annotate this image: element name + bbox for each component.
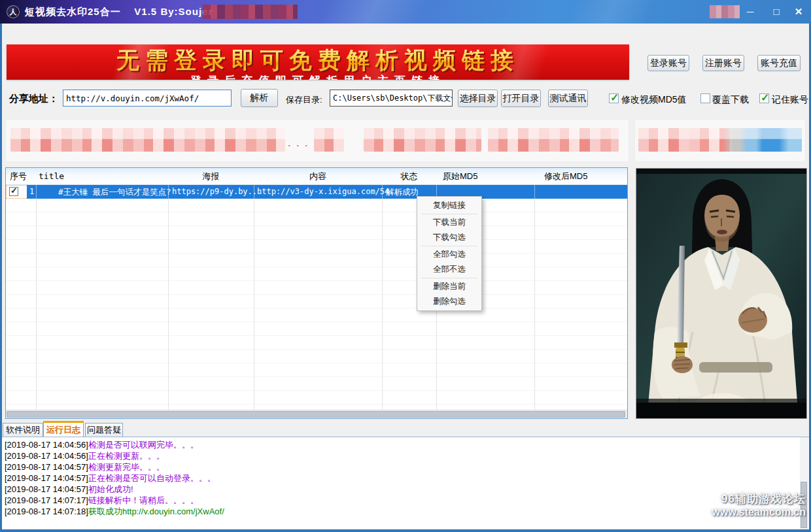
log-message: 获取成功http://v.douyin.com/jXwAof/ bbox=[88, 507, 224, 516]
modify-md5-label: 修改视频MD5值 bbox=[621, 94, 687, 106]
col-header-md5-modified[interactable]: 修改后MD5 bbox=[544, 168, 587, 185]
tab-faq[interactable]: 问题答疑 bbox=[85, 423, 123, 437]
log-line: [2019-08-17 14:07:17]链接解析中！请稍后。。。。 bbox=[2, 495, 809, 506]
vertical-scrollbar[interactable] bbox=[800, 437, 808, 529]
tab-software-info[interactable]: 软件说明 bbox=[3, 423, 43, 437]
login-account-button[interactable]: 登录账号 bbox=[647, 55, 689, 71]
share-url-input[interactable]: http://v.douyin.com/jXwAof/ bbox=[63, 90, 232, 107]
redacted-dots: 。。。 bbox=[288, 139, 313, 148]
log-message: 链接解析中！请稍后。。。。 bbox=[88, 495, 199, 505]
vertical-scrollbar-thumb[interactable] bbox=[801, 482, 807, 528]
promo-banner: 无需登录即可免费解析视频链接 登录后充值即可解析用户主页链接 bbox=[7, 44, 629, 80]
col-header-poster[interactable]: 海报 bbox=[168, 168, 254, 185]
app-icon: 人 bbox=[7, 5, 20, 18]
log-line: [2019-08-17 14:04:56]正在检测更新。。。 bbox=[2, 450, 809, 461]
remember-account-label: 记住账号 bbox=[772, 94, 808, 106]
menu-item-delete-current[interactable]: 删除当前 bbox=[417, 279, 481, 294]
choose-dir-button[interactable]: 选择目录 bbox=[458, 90, 498, 107]
col-header-index[interactable]: 序号 bbox=[10, 168, 27, 185]
register-account-button[interactable]: 注册账号 bbox=[702, 55, 744, 71]
menu-item-download-checked[interactable]: 下载勾选 bbox=[417, 230, 481, 245]
test-comm-button[interactable]: 测试通讯 bbox=[548, 90, 588, 107]
tab-run-log[interactable]: 运行日志 bbox=[43, 421, 84, 437]
modify-md5-checkbox[interactable] bbox=[609, 93, 619, 103]
recharge-account-button[interactable]: 账号充值 bbox=[757, 55, 801, 71]
horizontal-scrollbar[interactable] bbox=[6, 410, 627, 418]
log-timestamp: [2019-08-17 14:04:56] bbox=[5, 440, 88, 450]
column-divider bbox=[382, 185, 383, 410]
log-timestamp: [2019-08-17 14:04:57] bbox=[5, 462, 88, 472]
col-header-title[interactable]: title bbox=[39, 168, 64, 185]
app-window: 人 短视频去水印25合一 V1.5 By:Soujer ─ □ ✕ 无需登录即可… bbox=[0, 0, 811, 532]
window-title: 短视频去水印25合一 V1.5 By:Soujer bbox=[25, 0, 213, 24]
log-timestamp: [2019-08-17 14:04:56] bbox=[5, 451, 88, 461]
cell-title: #王大锤 最后一句话才是笑点? bbox=[58, 185, 171, 199]
column-divider bbox=[534, 185, 535, 410]
row-cell-divider bbox=[382, 185, 383, 199]
column-divider bbox=[168, 185, 169, 410]
log-timestamp: [2019-08-17 14:07:17] bbox=[5, 495, 88, 505]
menu-item-download-current[interactable]: 下载当前 bbox=[417, 215, 481, 230]
menu-separator bbox=[421, 278, 477, 278]
save-dir-input[interactable]: C:\Users\sb\Desktop\下载文件\ bbox=[330, 90, 453, 107]
row-cell-divider bbox=[254, 185, 254, 199]
video-frame-image bbox=[636, 169, 807, 419]
log-message: 正在检测是否可以自动登录。。。 bbox=[88, 473, 216, 483]
log-line: [2019-08-17 14:04:57]正在检测是否可以自动登录。。。 bbox=[2, 473, 809, 484]
overwrite-download-checkbox[interactable] bbox=[700, 93, 710, 103]
redacted-titlebar-block bbox=[203, 5, 298, 19]
column-divider bbox=[254, 185, 254, 410]
column-divider bbox=[36, 185, 37, 410]
menu-item-check-all[interactable]: 全部勾选 bbox=[417, 247, 481, 262]
log-timestamp: [2019-08-17 14:04:57] bbox=[5, 473, 88, 483]
menu-separator bbox=[421, 214, 477, 214]
video-preview[interactable] bbox=[636, 168, 807, 419]
log-line: [2019-08-17 14:04:57]初始化成功! bbox=[2, 484, 809, 495]
share-url-label: 分享地址： bbox=[9, 93, 58, 105]
titlebar: 人 短视频去水印25合一 V1.5 By:Soujer ─ □ ✕ bbox=[0, 0, 811, 24]
redacted-text-block bbox=[638, 128, 802, 152]
open-dir-button[interactable]: 打开目录 bbox=[501, 90, 541, 107]
banner-headline: 无需登录即可免费解析视频链接 bbox=[7, 45, 629, 76]
redacted-text-block bbox=[10, 128, 285, 152]
menu-item-delete-checked[interactable]: 删除勾选 bbox=[417, 294, 481, 309]
menu-item-uncheck-all[interactable]: 全部不选 bbox=[417, 262, 481, 277]
redacted-text-block bbox=[314, 128, 344, 152]
log-line: [2019-08-17 14:04:56]检测是否可以联网完毕。。。 bbox=[2, 439, 809, 450]
col-header-status[interactable]: 状态 bbox=[382, 168, 436, 185]
close-icon[interactable]: ✕ bbox=[786, 0, 811, 24]
table-body: 1 #王大锤 最后一句话才是笑点? https://p9-dy.by... ht… bbox=[6, 185, 627, 410]
row-cell-divider bbox=[36, 185, 37, 199]
table-row[interactable]: 1 #王大锤 最后一句话才是笑点? https://p9-dy.by... ht… bbox=[6, 185, 627, 199]
overwrite-download-label: 覆盖下载 bbox=[712, 94, 749, 106]
parse-button[interactable]: 解析 bbox=[241, 89, 278, 107]
log-message: 检测更新完毕。。。 bbox=[88, 462, 165, 472]
row-checkbox[interactable] bbox=[9, 187, 18, 196]
cell-index: 1 bbox=[29, 185, 34, 199]
remember-account-checkbox[interactable] bbox=[759, 93, 769, 103]
log-message: 初始化成功! bbox=[88, 484, 133, 494]
redacted-text-block bbox=[364, 128, 481, 152]
col-header-content[interactable]: 内容 bbox=[254, 168, 382, 185]
window-border-bottom bbox=[0, 529, 811, 532]
window-border-left bbox=[0, 24, 2, 532]
cell-poster: https://p9-dy.by... bbox=[172, 185, 262, 199]
cell-status: 解析成功 bbox=[386, 185, 419, 199]
menu-separator bbox=[421, 246, 477, 246]
horizontal-scrollbar-thumb[interactable] bbox=[7, 411, 625, 418]
log-panel: [2019-08-17 14:04:56]检测是否可以联网完毕。。。 [2019… bbox=[2, 437, 809, 529]
redacted-text-block bbox=[488, 128, 619, 152]
col-header-md5-original[interactable]: 原始MD5 bbox=[443, 168, 477, 185]
menu-item-copy-link[interactable]: 复制链接 bbox=[417, 198, 481, 213]
log-line: [2019-08-17 14:04:57]检测更新完毕。。。 bbox=[2, 461, 809, 473]
table-header: 序号 title 海报 内容 状态 原始MD5 修改后MD5 bbox=[6, 168, 627, 185]
minimize-icon[interactable]: ─ bbox=[738, 0, 763, 24]
row-cell-divider bbox=[534, 185, 535, 199]
save-dir-label: 保存目录: bbox=[286, 94, 322, 106]
maximize-icon[interactable]: □ bbox=[764, 0, 789, 24]
context-menu: 复制链接 下载当前 下载勾选 全部勾选 全部不选 删除当前 删除勾选 bbox=[417, 196, 482, 311]
log-timestamp: [2019-08-17 14:04:57] bbox=[5, 484, 88, 494]
log-message: 检测是否可以联网完毕。。。 bbox=[88, 440, 199, 450]
log-line: [2019-08-17 14:07:18]获取成功http://v.douyin… bbox=[2, 506, 809, 517]
row-cell-divider bbox=[168, 185, 169, 199]
